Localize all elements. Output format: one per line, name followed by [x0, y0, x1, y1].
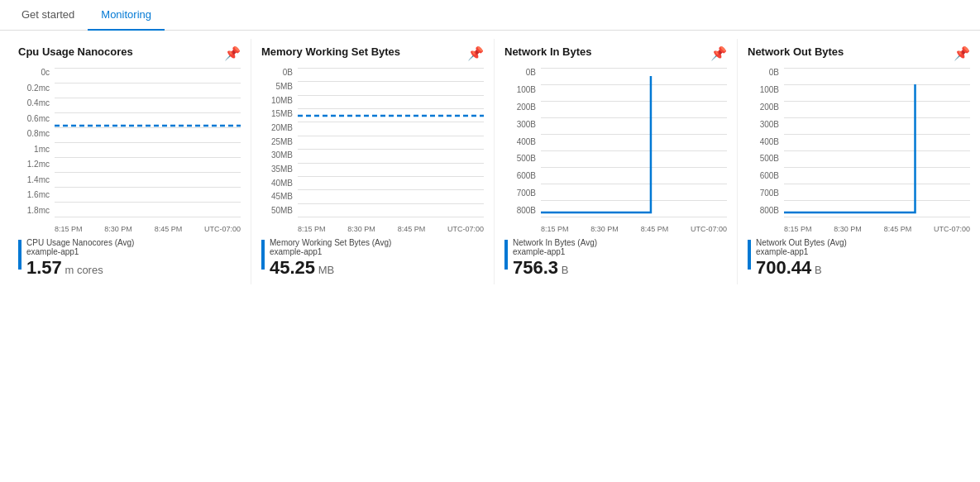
- tab-monitoring[interactable]: Monitoring: [88, 0, 165, 31]
- y-label: 10MB: [261, 96, 296, 105]
- chart-svg-memory: [298, 68, 484, 217]
- x-label: 8:30 PM: [834, 225, 862, 233]
- dashboard: Cpu Usage Nanocores 📌 1.8mc1.6mc1.4mc1.2…: [0, 31, 980, 284]
- chart-plot-network-out: [784, 68, 970, 217]
- y-label: 0.8mc: [18, 129, 53, 138]
- chart-panel-network-out: Network Out Bytes 📌 800B700B600B500B400B…: [738, 39, 980, 284]
- y-label: 35MB: [261, 165, 296, 174]
- x-axis-cpu: 8:15 PM8:30 PM8:45 PMUTC-07:00: [55, 225, 241, 233]
- y-label: 100B: [748, 85, 782, 94]
- legend-sub-network-in: example-app1: [513, 247, 597, 256]
- y-axis-memory: 50MB45MB40MB35MB30MB25MB20MB15MB10MB5MB0…: [261, 68, 296, 217]
- chart-title-memory: Memory Working Set Bytes: [261, 45, 400, 60]
- legend-name-cpu: CPU Usage Nanocores (Avg): [26, 238, 134, 247]
- x-label: UTC-07:00: [447, 225, 484, 233]
- legend-sub-memory: example-app1: [270, 247, 391, 256]
- pin-icon-network-in[interactable]: 📌: [710, 45, 727, 61]
- y-label: 1.2mc: [18, 160, 53, 169]
- legend-text-memory: Memory Working Set Bytes (Avg) example-a…: [270, 238, 391, 278]
- chart-header-network-out: Network Out Bytes 📌: [748, 45, 970, 61]
- y-label: 700B: [504, 189, 539, 198]
- y-label: 800B: [748, 206, 782, 215]
- y-label: 1.8mc: [18, 206, 53, 215]
- legend-bar-cpu: [18, 240, 22, 270]
- legend-value-network-out: 700.44 B: [756, 258, 847, 278]
- legend-sub-cpu: example-app1: [26, 247, 134, 256]
- legend-network-in: Network In Bytes (Avg) example-app1 756.…: [504, 238, 727, 278]
- y-label: 0B: [504, 68, 539, 77]
- y-label: 0.6mc: [18, 114, 53, 123]
- x-label: UTC-07:00: [204, 225, 241, 233]
- y-label: 800B: [504, 206, 539, 215]
- legend-bar-network-out: [748, 240, 751, 270]
- legend-value-memory: 45.25 MB: [270, 258, 391, 278]
- y-label: 400B: [504, 137, 539, 146]
- y-axis-network-in: 800B700B600B500B400B300B200B100B0B: [504, 68, 539, 217]
- grid-line: [298, 217, 484, 217]
- legend-name-network-out: Network Out Bytes (Avg): [756, 238, 847, 247]
- tab-bar: Get started Monitoring: [0, 0, 980, 31]
- tab-get-started[interactable]: Get started: [8, 0, 88, 31]
- x-label: 8:30 PM: [347, 225, 375, 233]
- y-axis-cpu: 1.8mc1.6mc1.4mc1.2mc1mc0.8mc0.6mc0.4mc0.…: [18, 68, 53, 217]
- legend-value-network-in: 756.3 B: [513, 258, 597, 278]
- x-label: 8:45 PM: [884, 225, 912, 233]
- chart-area-cpu: 1.8mc1.6mc1.4mc1.2mc1mc0.8mc0.6mc0.4mc0.…: [18, 68, 241, 233]
- chart-plot-memory: [298, 68, 484, 217]
- y-label: 40MB: [261, 179, 296, 188]
- y-axis-network-out: 800B700B600B500B400B300B200B100B0B: [748, 68, 782, 217]
- grid-line: [784, 217, 970, 217]
- pin-icon-memory[interactable]: 📌: [467, 45, 484, 61]
- chart-header-cpu: Cpu Usage Nanocores 📌: [18, 45, 241, 61]
- y-label: 100B: [504, 85, 539, 94]
- legend-value-cpu: 1.57 m cores: [26, 258, 134, 278]
- y-label: 400B: [748, 137, 782, 146]
- legend-unit-network-out: B: [811, 264, 821, 276]
- legend-name-memory: Memory Working Set Bytes (Avg): [270, 238, 391, 247]
- chart-plot-cpu: [55, 68, 241, 217]
- pin-icon-network-out[interactable]: 📌: [954, 45, 970, 61]
- y-label: 300B: [748, 120, 782, 129]
- chart-area-memory: 50MB45MB40MB35MB30MB25MB20MB15MB10MB5MB0…: [261, 68, 484, 233]
- x-label: 8:30 PM: [590, 225, 619, 233]
- y-label: 30MB: [261, 150, 296, 160]
- x-label: 8:15 PM: [784, 225, 812, 233]
- y-label: 200B: [504, 103, 539, 112]
- legend-text-cpu: CPU Usage Nanocores (Avg) example-app1 1…: [26, 238, 134, 278]
- x-label: UTC-07:00: [934, 225, 970, 233]
- y-label: 1mc: [18, 145, 53, 154]
- chart-area-network-in: 800B700B600B500B400B300B200B100B0B 8:15 …: [504, 68, 727, 233]
- tabs-container: Get started Monitoring: [0, 0, 980, 31]
- y-label: 50MB: [261, 206, 296, 215]
- legend-memory: Memory Working Set Bytes (Avg) example-a…: [261, 238, 484, 278]
- x-label: 8:30 PM: [104, 225, 132, 233]
- y-label: 0B: [748, 68, 782, 77]
- legend-bar-network-in: [504, 240, 508, 270]
- pin-icon-cpu[interactable]: 📌: [224, 45, 241, 61]
- y-label: 600B: [748, 171, 782, 180]
- legend-text-network-out: Network Out Bytes (Avg) example-app1 700…: [756, 238, 847, 278]
- x-axis-network-in: 8:15 PM8:30 PM8:45 PMUTC-07:00: [541, 225, 727, 233]
- y-label: 45MB: [261, 192, 296, 201]
- legend-unit-network-in: B: [558, 264, 568, 276]
- x-label: 8:45 PM: [155, 225, 183, 233]
- y-label: 5MB: [261, 82, 296, 91]
- y-label: 700B: [748, 189, 782, 198]
- x-label: 8:15 PM: [541, 225, 569, 233]
- chart-panel-network-in: Network In Bytes 📌 800B700B600B500B400B3…: [495, 39, 738, 284]
- y-label: 1.4mc: [18, 175, 53, 184]
- chart-title-network-out: Network Out Bytes: [748, 45, 844, 60]
- legend-network-out: Network Out Bytes (Avg) example-app1 700…: [748, 238, 970, 278]
- chart-svg-network-in: [541, 68, 727, 217]
- legend-name-network-in: Network In Bytes (Avg): [513, 238, 597, 247]
- y-label: 300B: [504, 120, 539, 129]
- y-label: 0.4mc: [18, 98, 53, 107]
- chart-area-network-out: 800B700B600B500B400B300B200B100B0B 8:15 …: [748, 68, 970, 233]
- y-label: 500B: [504, 154, 539, 163]
- y-label: 600B: [504, 171, 539, 180]
- x-label: UTC-07:00: [691, 225, 727, 233]
- x-label: 8:15 PM: [55, 225, 83, 233]
- chart-plot-network-in: [541, 68, 727, 217]
- x-label: 8:45 PM: [641, 225, 669, 233]
- x-label: 8:15 PM: [298, 225, 326, 233]
